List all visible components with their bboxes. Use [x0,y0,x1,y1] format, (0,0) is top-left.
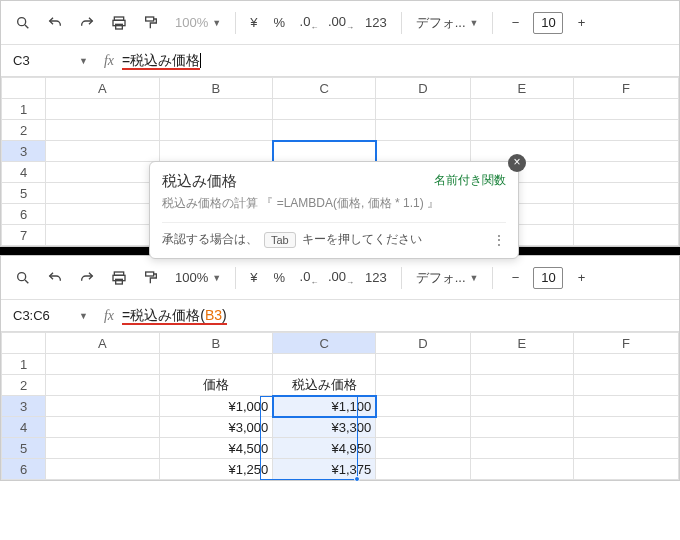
select-all-corner[interactable] [2,78,46,99]
col-header[interactable]: F [573,78,678,99]
paint-format-icon[interactable] [137,9,165,37]
decrease-decimal-icon[interactable]: .0← [295,9,323,37]
more-icon[interactable]: ⋮ [493,233,506,247]
font-select[interactable]: デフォ...▼ [410,269,485,287]
decrease-font-icon[interactable]: − [501,264,529,292]
chevron-down-icon[interactable]: ▼ [79,311,88,321]
zoom-select[interactable]: 100%▼ [169,15,227,30]
row-header[interactable]: 6 [2,204,46,225]
undo-icon[interactable] [41,264,69,292]
tooltip-hint: キーを押してください [302,231,422,248]
row-header[interactable]: 3 [2,141,46,162]
row-header[interactable]: 6 [2,459,46,480]
increase-font-icon[interactable]: + [567,264,595,292]
increase-decimal-icon[interactable]: .00→ [327,264,355,292]
cell[interactable]: 価格 [159,375,273,396]
svg-point-0 [18,17,26,25]
search-icon[interactable] [9,9,37,37]
row-header[interactable]: 2 [2,375,46,396]
svg-point-6 [18,272,26,280]
cell[interactable]: 税込み価格 [273,375,376,396]
close-icon[interactable]: × [508,154,526,172]
cell[interactable]: ¥3,000 [159,417,273,438]
row-header[interactable]: 3 [2,396,46,417]
currency-button[interactable]: ¥ [244,15,263,30]
active-cell[interactable]: ¥1,100 [273,396,376,417]
col-header[interactable]: C [273,78,376,99]
fx-icon: fx [104,53,114,69]
col-header[interactable]: A [46,78,160,99]
format-123-button[interactable]: 123 [359,15,393,30]
cell[interactable]: ¥4,500 [159,438,273,459]
row-header[interactable]: 5 [2,438,46,459]
decrease-font-icon[interactable]: − [501,9,529,37]
undo-icon[interactable] [41,9,69,37]
font-size-input[interactable]: 10 [533,267,563,289]
col-header[interactable]: D [376,78,471,99]
row-header[interactable]: 2 [2,120,46,141]
col-header[interactable]: A [46,333,160,354]
search-icon[interactable] [9,264,37,292]
increase-font-icon[interactable]: + [567,9,595,37]
currency-button[interactable]: ¥ [244,270,263,285]
row-header[interactable]: 7 [2,225,46,246]
cell[interactable]: ¥1,000 [159,396,273,417]
named-function-badge: 名前付き関数 [434,172,506,189]
tooltip-hint: 承認する場合は、 [162,231,258,248]
font-select[interactable]: デフォ...▼ [410,14,485,32]
row-header[interactable]: 4 [2,162,46,183]
chevron-down-icon: ▼ [212,18,221,28]
svg-rect-11 [146,272,154,276]
font-size-input[interactable]: 10 [533,12,563,34]
formula-input[interactable]: =税込み価格(B3) [122,307,227,325]
decrease-decimal-icon[interactable]: .0← [295,264,323,292]
col-header[interactable]: F [573,333,678,354]
cell[interactable]: ¥1,375 [273,459,376,480]
print-icon[interactable] [105,9,133,37]
col-header[interactable]: B [159,333,273,354]
redo-icon[interactable] [73,264,101,292]
col-header[interactable]: E [470,333,573,354]
col-header[interactable]: E [470,78,573,99]
row-header[interactable]: 1 [2,354,46,375]
cell[interactable]: ¥1,250 [159,459,273,480]
select-all-corner[interactable] [2,333,46,354]
row-header[interactable]: 4 [2,417,46,438]
row-header[interactable]: 1 [2,99,46,120]
formula-input[interactable]: =税込み価格 [122,52,201,70]
cell[interactable]: ¥4,950 [273,438,376,459]
col-header[interactable]: D [376,333,471,354]
chevron-down-icon: ▼ [470,273,479,283]
paint-format-icon[interactable] [137,264,165,292]
chevron-down-icon[interactable]: ▼ [79,56,88,66]
function-tooltip: × 名前付き関数 税込み価格 税込み価格の計算 『 =LAMBDA(価格, 価格… [149,161,519,259]
cell[interactable]: ¥3,300 [273,417,376,438]
tab-key-icon: Tab [264,232,296,248]
row-header[interactable]: 5 [2,183,46,204]
percent-button[interactable]: % [267,270,291,285]
increase-decimal-icon[interactable]: .00→ [327,9,355,37]
redo-icon[interactable] [73,9,101,37]
percent-button[interactable]: % [267,15,291,30]
svg-rect-5 [146,17,154,21]
chevron-down-icon: ▼ [470,18,479,28]
chevron-down-icon: ▼ [212,273,221,283]
name-box[interactable]: C3 [9,51,79,70]
active-cell[interactable] [273,141,376,162]
format-123-button[interactable]: 123 [359,270,393,285]
cell[interactable] [46,99,160,120]
fill-handle[interactable] [354,476,360,481]
tooltip-description: 税込み価格の計算 『 =LAMBDA(価格, 価格 * 1.1) 』 [162,195,506,212]
svg-line-1 [25,25,28,28]
print-icon[interactable] [105,264,133,292]
svg-line-7 [25,280,28,283]
fx-icon: fx [104,308,114,324]
name-box[interactable]: C3:C6 [9,306,79,325]
col-header[interactable]: C [273,333,376,354]
col-header[interactable]: B [159,78,273,99]
zoom-select[interactable]: 100%▼ [169,270,227,285]
